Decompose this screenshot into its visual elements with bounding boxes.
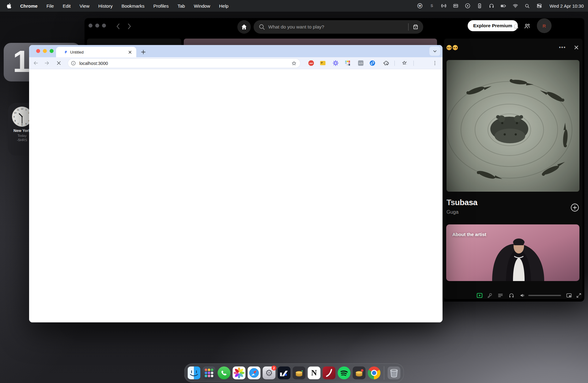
zoom-window-button[interactable] [50,49,54,53]
address-bar[interactable]: localhost:3000 [68,59,300,68]
code-editor-icon[interactable]: </> [358,60,364,66]
dock-icon-tradingview[interactable] [278,366,291,379]
lyrics-mic-icon[interactable] [487,292,493,299]
stop-loading-icon[interactable] [56,61,62,66]
panel-more-button[interactable]: ••• [559,45,566,50]
add-to-library-button[interactable] [571,203,579,212]
control-center-icon[interactable] [537,3,542,9]
battery-charging-icon[interactable] [501,3,506,9]
volume-icon[interactable] [519,292,526,299]
volume-slider[interactable] [528,295,561,296]
menu-kebab-icon[interactable] [432,60,438,66]
spotify-home-button[interactable] [237,20,251,34]
back-icon[interactable] [33,60,39,66]
new-tab-button[interactable] [139,47,148,57]
spotify-search-bar[interactable]: What do you want to play? [254,20,423,34]
shazam-icon[interactable] [369,60,376,66]
pleading-face-emoji [447,45,452,50]
dock-icon-photos[interactable] [233,366,246,379]
apple-menu-icon[interactable] [7,3,11,9]
tab-close-icon[interactable] [128,50,132,54]
menu-profiles[interactable]: Profiles [153,3,169,9]
dock-icon-trash[interactable] [388,366,401,379]
search-icon [258,24,265,30]
loom-icon[interactable] [333,60,339,66]
dock-icon-safari[interactable] [248,366,261,379]
wifi-icon[interactable] [513,3,518,9]
menu-file[interactable]: File [47,3,54,9]
dock-icon-chrome[interactable] [368,366,381,379]
spotify-traffic-lights[interactable] [89,24,106,28]
queue-icon[interactable] [497,292,503,299]
play-circle-icon[interactable] [465,3,470,9]
s-logo-icon[interactable]: S [429,3,435,9]
w-badge-icon[interactable]: W [417,3,423,9]
menu-tab[interactable]: Tab [178,3,185,9]
spotify-profile-avatar[interactable]: R [537,18,552,33]
dock-icon-spotify[interactable] [338,366,351,379]
airplay-icon[interactable] [441,3,447,9]
toolbar-divider [413,61,414,66]
dock-icon-system-settings[interactable]: ⚙ 2 [263,366,276,379]
dock-icon-gold-coins-red[interactable] [353,366,366,379]
notifications-bell-icon[interactable] [513,23,519,29]
iphone-mirroring-icon[interactable] [477,3,482,9]
tab-manager-icon[interactable] [320,60,326,66]
minimize-window-button[interactable] [43,49,47,53]
date-widget-number: 1 [13,44,30,79]
explore-premium-button[interactable]: Explore Premium [468,20,518,31]
song-title[interactable]: Tsubasa [447,198,477,207]
tab-favicon [64,50,68,54]
url-text[interactable]: localhost:3000 [79,61,108,66]
keyboard-window-icon[interactable] [453,3,458,9]
svg-text:ABP: ABP [309,62,313,64]
browse-icon[interactable] [412,24,419,30]
menu-bookmarks[interactable]: Bookmarks [122,3,145,9]
menu-help[interactable]: Help [219,3,228,9]
palette-grid-icon[interactable] [345,60,351,66]
spotlight-search-icon[interactable] [525,3,530,9]
menu-window[interactable]: Window [194,3,210,9]
about-artist-card[interactable]: About the artist [446,224,579,281]
now-playing-panel: ••• [444,39,582,299]
dock-icon-finder[interactable] [188,366,201,379]
svg-text:W: W [419,5,421,7]
now-playing-video-icon[interactable] [476,292,483,299]
dock-icon-red-swoosh-app[interactable] [323,366,336,379]
spotify-forward-button[interactable] [126,22,132,30]
headphones-icon[interactable] [489,3,494,9]
notion-n-glyph: N [311,368,317,377]
dock-icon-whatsapp[interactable] [218,366,231,379]
bookmark-star-icon[interactable] [291,61,297,66]
adblock-abp-icon[interactable]: ABP [308,60,315,66]
menu-edit[interactable]: Edit [63,3,71,9]
svg-text:</>: </> [359,62,363,65]
browser-tab[interactable]: Untitled [56,47,136,57]
fullscreen-icon[interactable] [576,293,582,299]
panel-close-icon[interactable] [574,45,579,50]
dock-icon-gold-coins-green[interactable] [293,366,306,379]
menu-app-name[interactable]: Chrome [20,3,38,9]
dock-icon-notion[interactable]: N [308,366,321,379]
friend-activity-icon[interactable] [524,23,531,30]
clock-minute-hand [22,117,22,124]
menu-view[interactable]: View [80,3,89,9]
chrome-traffic-lights[interactable] [36,49,54,53]
extensions-puzzle-icon[interactable] [383,60,389,66]
menu-bar-clock[interactable]: Wed 2 Apr 10:30 [550,3,584,9]
connect-device-icon[interactable] [508,292,514,299]
album-art[interactable] [447,60,579,192]
dock: ⚙ 2 N [184,363,404,382]
dock-icon-launchpad[interactable] [203,366,216,379]
tab-search-button[interactable] [429,47,440,56]
song-artist[interactable]: Guga [447,209,458,215]
spotify-back-button[interactable] [115,22,121,30]
menu-history[interactable]: History [98,3,113,9]
picture-in-picture-icon[interactable] [566,292,572,299]
site-info-icon[interactable] [71,61,76,66]
close-window-button[interactable] [36,49,40,53]
settings-notification-badge: 2 [272,366,277,370]
forward-icon[interactable] [44,60,50,66]
menu-bar: Chrome File Edit View History Bookmarks … [0,0,588,12]
bookmark-sparkle-icon[interactable] [401,60,408,66]
